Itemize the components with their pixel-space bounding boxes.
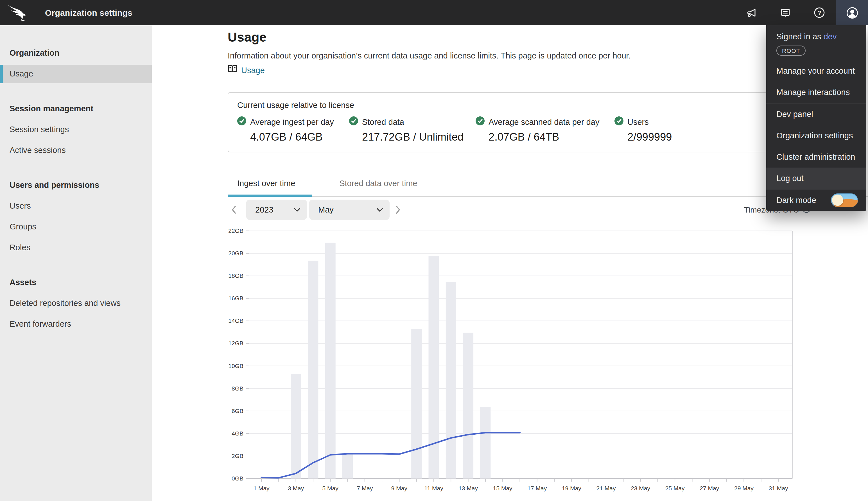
svg-text:29 May: 29 May	[734, 485, 753, 491]
svg-text:17 May: 17 May	[527, 485, 547, 491]
bar-day-3	[291, 374, 301, 479]
svg-text:19 May: 19 May	[562, 485, 581, 491]
toggle-knob	[832, 194, 843, 206]
stat-value: 2/999999	[628, 131, 672, 143]
svg-text:31 May: 31 May	[769, 485, 788, 491]
month-select[interactable]: May	[309, 200, 389, 220]
svg-text:8GB: 8GB	[232, 385, 244, 392]
menu-item-organization-settings[interactable]: Organization settings	[766, 125, 866, 146]
bar-day-4	[308, 260, 318, 479]
stat-label-text: Stored data	[362, 117, 404, 126]
tab-stored-data-over-time[interactable]: Stored data over time	[330, 175, 427, 197]
bar-day-5	[325, 243, 336, 479]
month-select-value: May	[318, 205, 334, 214]
book-icon	[228, 65, 237, 75]
crowdstrike-falcon-logo-icon	[7, 4, 30, 21]
svg-text:25 May: 25 May	[665, 485, 685, 491]
bar-day-10	[411, 329, 422, 479]
year-select[interactable]: 2023	[246, 200, 307, 220]
license-panel-title: Current usage relative to license	[237, 101, 801, 110]
svg-text:22GB: 22GB	[228, 227, 244, 234]
user-avatar-icon[interactable]	[836, 0, 868, 25]
root-role-badge: ROOT	[776, 45, 806, 56]
chart-controls: 2023 May Timezone: UTC	[228, 200, 811, 220]
tab-ingest-over-time[interactable]: Ingest over time	[228, 175, 305, 197]
menu-item-log-out[interactable]: Log out	[766, 168, 866, 189]
announcements-megaphone-icon[interactable]	[735, 0, 769, 25]
previous-month-chevron-icon[interactable]	[228, 200, 240, 220]
sidebar-item-event-forwarders[interactable]: Event forwarders	[0, 315, 152, 333]
user-menu-items: Manage your accountManage interactionsDe…	[766, 60, 866, 190]
svg-text:11 May: 11 May	[424, 485, 443, 491]
topbar-actions: ?	[735, 0, 868, 25]
dark-mode-row: Dark mode	[766, 190, 866, 211]
next-month-chevron-icon[interactable]	[392, 200, 404, 220]
help-icon[interactable]: ?	[802, 0, 836, 25]
bar-day-14	[480, 407, 491, 479]
signed-in-as-label: Signed in as dev	[766, 31, 866, 42]
sidebar-section-header-organization: Organization	[0, 43, 152, 62]
status-ok-check-icon	[614, 116, 623, 127]
svg-text:15 May: 15 May	[493, 485, 512, 491]
sidebar-item-active-sessions[interactable]: Active sessions	[0, 141, 152, 160]
dark-mode-toggle[interactable]	[831, 193, 858, 207]
license-stat-stored-data: Stored data217.72GB / Unlimited	[349, 116, 475, 143]
svg-text:14GB: 14GB	[228, 317, 244, 324]
svg-text:12GB: 12GB	[228, 340, 244, 347]
menu-item-manage-interactions[interactable]: Manage interactions	[766, 82, 866, 103]
menu-item-dev-panel[interactable]: Dev panel	[766, 104, 866, 125]
year-select-value: 2023	[255, 205, 274, 214]
bar-day-6	[342, 453, 353, 479]
svg-text:10GB: 10GB	[228, 363, 244, 369]
sidebar-item-roles[interactable]: Roles	[0, 238, 152, 257]
stat-value: 4.07GB / 64GB	[250, 131, 349, 143]
svg-text:20GB: 20GB	[228, 250, 244, 256]
license-stats-row: Average ingest per day4.07GB / 64GBStore…	[237, 116, 801, 143]
sidebar-section-header-assets: Assets	[0, 273, 152, 292]
license-stat-average-scanned-data-per-day: Average scanned data per day2.07GB / 64T…	[475, 116, 614, 143]
topbar: Organization settings ?	[0, 0, 868, 25]
sidebar-item-session-settings[interactable]: Session settings	[0, 120, 152, 139]
sidebar-item-deleted-repositories-and-views[interactable]: Deleted repositories and views	[0, 294, 152, 313]
license-stat-average-ingest-per-day: Average ingest per day4.07GB / 64GB	[237, 116, 349, 143]
status-ok-check-icon	[475, 116, 485, 127]
stat-value: 2.07GB / 64TB	[489, 131, 614, 143]
stat-label-text: Average ingest per day	[250, 117, 334, 126]
svg-text:7 May: 7 May	[357, 485, 373, 491]
menu-item-manage-your-account[interactable]: Manage your account	[766, 60, 866, 82]
dark-mode-label: Dark mode	[776, 196, 831, 205]
stat-label-text: Users	[628, 117, 649, 126]
bar-day-12	[446, 282, 456, 479]
ingest-chart: 0GB2GB4GB6GB8GB10GB12GB14GB16GB18GB20GB2…	[228, 225, 868, 496]
svg-text:5 May: 5 May	[322, 485, 339, 491]
svg-text:23 May: 23 May	[631, 485, 650, 491]
page-description: Information about your organisation’s cu…	[228, 50, 811, 61]
user-dropdown-menu: Signed in as dev ROOT Manage your accoun…	[766, 25, 866, 211]
topbar-title: Organization settings	[45, 8, 132, 18]
sidebar: OrganizationUsageSession managementSessi…	[0, 25, 152, 501]
svg-text:27 May: 27 May	[700, 485, 719, 491]
signed-in-username[interactable]: dev	[824, 32, 837, 41]
sidebar-section-header-session-management: Session management	[0, 99, 152, 118]
svg-text:13 May: 13 May	[459, 485, 478, 491]
sidebar-item-groups[interactable]: Groups	[0, 217, 152, 236]
license-stat-users: Users2/999999	[614, 116, 672, 143]
signed-in-prefix: Signed in as	[776, 32, 824, 41]
menu-item-cluster-administration[interactable]: Cluster administration	[766, 146, 866, 168]
sidebar-item-usage[interactable]: Usage	[0, 65, 152, 83]
status-ok-check-icon	[349, 116, 358, 127]
svg-text:?: ?	[817, 9, 821, 16]
status-ok-check-icon	[237, 116, 246, 127]
stat-label-text: Average scanned data per day	[489, 117, 600, 126]
svg-text:18GB: 18GB	[228, 273, 244, 279]
svg-text:21 May: 21 May	[597, 485, 616, 491]
feedback-message-icon[interactable]	[769, 0, 802, 25]
sidebar-section-header-users-and-permissions: Users and permissions	[0, 175, 152, 194]
usage-docs-link[interactable]: Usage	[241, 65, 265, 75]
svg-text:9 May: 9 May	[391, 485, 408, 491]
sidebar-item-users[interactable]: Users	[0, 197, 152, 215]
app-root: Organization settings ?	[0, 0, 868, 501]
svg-text:16GB: 16GB	[228, 295, 244, 301]
license-usage-panel: Current usage relative to license Averag…	[228, 92, 811, 152]
svg-text:1 May: 1 May	[253, 485, 270, 491]
